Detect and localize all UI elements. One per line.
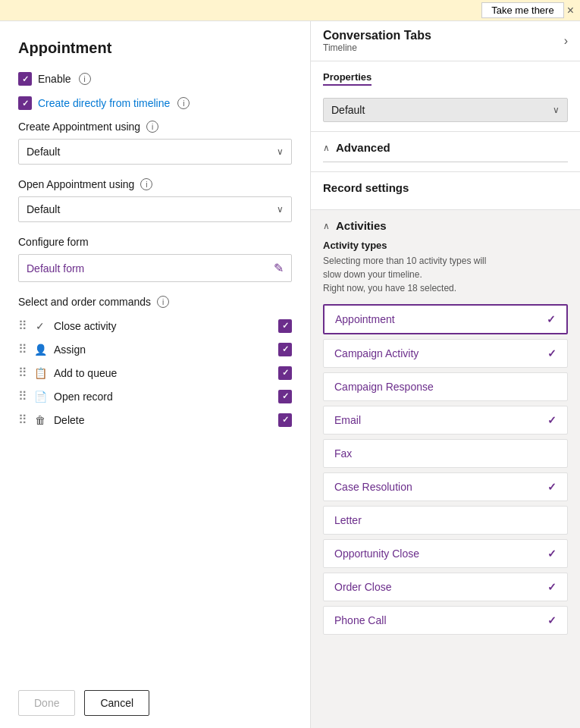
configure-form-value: Default form — [27, 262, 84, 275]
properties-chevron-icon: ∨ — [553, 105, 560, 115]
command-list: ⠿ ✓ Close activity ✓ ⠿ 👤 Assign ✓ ⠿ 📋 — [18, 315, 292, 430]
right-panel: Conversation Tabs Timeline › Properties … — [311, 21, 580, 728]
activity-order-close-label: Order Close — [334, 581, 391, 593]
table-row: ⠿ 📋 Add to queue ✓ — [18, 362, 292, 383]
record-settings-section: Record settings — [311, 172, 580, 210]
table-row: ⠿ 📄 Open record ✓ — [18, 386, 292, 406]
activity-types-label: Activity types — [323, 240, 568, 251]
activities-chevron-icon: ∧ — [323, 221, 330, 231]
drag-handle-icon[interactable]: ⠿ — [18, 366, 27, 380]
activity-phone-call-checkmark: ✓ — [547, 614, 556, 626]
activity-email-label: Email — [334, 414, 361, 426]
configure-form-field[interactable]: Default form ✎ — [18, 254, 292, 282]
activity-email-checkmark: ✓ — [547, 414, 556, 426]
advanced-label: Advanced — [336, 141, 390, 154]
list-item[interactable]: Fax — [323, 439, 568, 468]
close-activity-checkbox[interactable]: ✓ — [278, 319, 292, 333]
open-using-dropdown[interactable]: Default ∨ — [18, 196, 292, 222]
open-using-info-icon[interactable]: i — [140, 178, 152, 190]
advanced-header-row[interactable]: ∧ Advanced — [323, 141, 568, 154]
table-row: ⠿ 👤 Assign ✓ — [18, 339, 292, 359]
activities-section: ∧ Activities Activity types Selecting mo… — [311, 210, 580, 644]
activities-label: Activities — [336, 219, 387, 232]
enable-checkbox[interactable]: ✓ — [18, 72, 32, 86]
assign-icon: 👤 — [33, 344, 48, 356]
advanced-chevron-icon: ∧ — [323, 143, 330, 153]
delete-icon: 🗑 — [33, 414, 48, 426]
enable-label: Enable — [38, 73, 71, 85]
create-using-dropdown[interactable]: Default ∨ — [18, 139, 292, 165]
create-using-info-icon[interactable]: i — [146, 121, 158, 133]
add-to-queue-checkbox[interactable]: ✓ — [278, 366, 292, 380]
advanced-divider — [323, 162, 568, 162]
cancel-button[interactable]: Cancel — [84, 690, 149, 716]
create-timeline-checkbox[interactable]: ✓ — [18, 96, 32, 110]
right-header-chevron-icon[interactable]: › — [564, 34, 568, 48]
drag-handle-icon[interactable]: ⠿ — [18, 389, 27, 403]
open-record-icon: 📄 — [33, 391, 48, 403]
activity-opportunity-close-label: Opportunity Close — [334, 548, 419, 560]
drag-handle-icon[interactable]: ⠿ — [18, 413, 27, 427]
panel-footer: Done Cancel — [18, 678, 292, 716]
activity-appointment-checkmark: ✓ — [547, 313, 556, 325]
create-using-label: Create Appointment using i — [18, 121, 292, 133]
assign-label: Assign — [54, 344, 272, 356]
list-item[interactable]: Campaign Response — [323, 372, 568, 401]
list-item[interactable]: Case Resolution ✓ — [323, 472, 568, 501]
delete-checkbox[interactable]: ✓ — [278, 413, 292, 427]
right-panel-header: Conversation Tabs Timeline › — [311, 21, 580, 61]
enable-info-icon[interactable]: i — [79, 73, 91, 85]
list-item[interactable]: Campaign Activity ✓ — [323, 339, 568, 368]
list-item[interactable]: Letter — [323, 506, 568, 535]
create-using-value: Default — [27, 146, 60, 158]
open-record-label: Open record — [54, 391, 272, 403]
enable-checkmark: ✓ — [22, 74, 29, 84]
conversation-tabs-title: Conversation Tabs — [323, 29, 431, 42]
banner-close-button[interactable]: × — [567, 4, 574, 17]
properties-value: Default — [331, 104, 365, 116]
main-layout: Appointment ✓ Enable i ✓ Create directly… — [0, 21, 580, 728]
panel-title: Appointment — [18, 39, 292, 57]
create-timeline-checkbox-row[interactable]: ✓ Create directly from timeline i — [18, 96, 292, 110]
activity-campaign-activity-label: Campaign Activity — [334, 347, 419, 359]
commands-label: Select and order commands i — [18, 296, 292, 308]
enable-checkbox-row[interactable]: ✓ Enable i — [18, 72, 292, 86]
close-activity-icon: ✓ — [33, 320, 48, 332]
activity-list: Appointment ✓ Campaign Activity ✓ Campai… — [323, 304, 568, 635]
properties-dropdown[interactable]: Default ∨ — [323, 98, 568, 122]
configure-form-label: Configure form — [18, 236, 292, 248]
activities-header-row[interactable]: ∧ Activities — [323, 219, 568, 232]
advanced-section: ∧ Advanced — [311, 132, 580, 172]
list-item[interactable]: Appointment ✓ — [323, 304, 568, 334]
take-me-there-button[interactable]: Take me there — [481, 2, 563, 18]
commands-info-icon[interactable]: i — [157, 296, 169, 308]
table-row: ⠿ 🗑 Delete ✓ — [18, 410, 292, 430]
list-item[interactable]: Phone Call ✓ — [323, 606, 568, 635]
properties-section: Properties Default ∨ — [311, 61, 580, 132]
list-item[interactable]: Opportunity Close ✓ — [323, 539, 568, 568]
create-timeline-checkmark: ✓ — [22, 99, 29, 108]
create-timeline-label: Create directly from timeline — [38, 97, 170, 109]
activity-opportunity-close-checkmark: ✓ — [547, 548, 556, 560]
left-panel: Appointment ✓ Enable i ✓ Create directly… — [0, 21, 311, 728]
drag-handle-icon[interactable]: ⠿ — [18, 318, 27, 333]
create-timeline-info-icon[interactable]: i — [177, 97, 190, 109]
edit-icon[interactable]: ✎ — [274, 261, 284, 275]
open-record-checkbox[interactable]: ✓ — [278, 390, 292, 403]
activity-types-note: Selecting more than 10 activity types wi… — [323, 254, 568, 295]
activity-case-resolution-label: Case Resolution — [334, 481, 412, 493]
delete-label: Delete — [54, 414, 272, 426]
open-using-value: Default — [27, 203, 60, 215]
list-item[interactable]: Order Close ✓ — [323, 573, 568, 601]
activity-letter-label: Letter — [334, 514, 362, 526]
record-settings-label: Record settings — [323, 181, 568, 194]
done-button: Done — [18, 690, 75, 716]
close-activity-label: Close activity — [54, 320, 272, 332]
properties-title: Properties — [323, 71, 372, 86]
assign-checkbox[interactable]: ✓ — [278, 343, 292, 356]
top-banner: Take me there × — [0, 0, 580, 21]
list-item[interactable]: Email ✓ — [323, 406, 568, 435]
activity-fax-label: Fax — [334, 447, 352, 460]
open-using-label: Open Appointment using i — [18, 178, 292, 190]
drag-handle-icon[interactable]: ⠿ — [18, 342, 27, 356]
